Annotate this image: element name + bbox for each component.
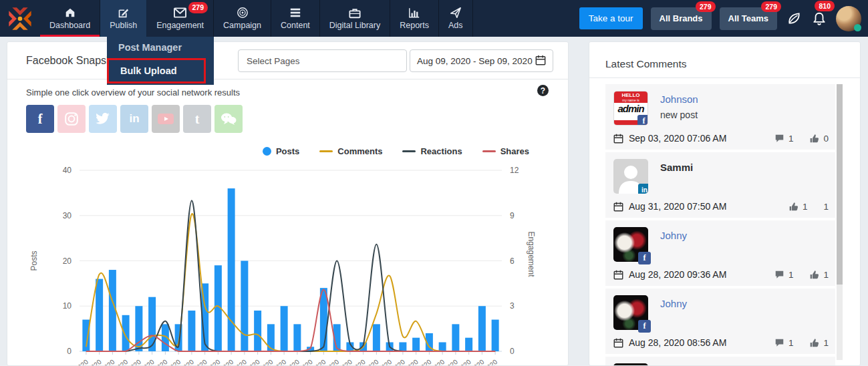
svg-text:Engagement: Engagement <box>527 231 536 277</box>
comment-bubble-icon <box>774 338 784 347</box>
notifications-badge: 810 <box>815 1 835 12</box>
comment-item: HELLOmy name is admin f Johnson new post… <box>605 84 835 150</box>
nav-label: Campaign <box>223 21 261 30</box>
comment-date: Sep 03, 2020 07:06 AM <box>613 133 726 144</box>
nav-dashboard[interactable]: Dashboard <box>40 0 100 37</box>
thumbs-up-icon <box>809 270 819 280</box>
network-facebook-icon[interactable]: f <box>26 105 54 133</box>
menu-item-post-manager[interactable]: Post Manager <box>107 37 214 58</box>
paper-plane-icon <box>450 7 462 19</box>
comment-date: Aug 31, 2020 07:50 AM <box>613 201 726 212</box>
comment-item: in Sammi Aug 31, 2020 07:50 AM 1 1 <box>605 152 835 218</box>
all-brands-button[interactable]: All Brands 279 <box>651 7 712 30</box>
svg-text:12: 12 <box>510 166 519 175</box>
network-wechat-icon[interactable] <box>214 105 243 133</box>
calendar-icon <box>613 270 623 280</box>
leaf-icon[interactable] <box>785 11 803 26</box>
comment-count: 1 <box>788 270 794 280</box>
comment-date: Aug 28, 2020 09:36 AM <box>613 269 726 280</box>
latest-comments-card: Latest Comments HELLOmy name is admin f … <box>589 41 861 366</box>
svg-text:Posts: Posts <box>29 250 39 270</box>
network-youtube-icon[interactable] <box>152 105 180 133</box>
bar-chart-icon <box>408 7 420 19</box>
comment-count: 1 <box>788 134 794 144</box>
network-tumblr-icon[interactable]: t <box>183 105 211 133</box>
comment-bubble-icon <box>774 134 784 143</box>
commenter-avatar: HELLOmy name is admin f <box>613 91 648 126</box>
select-pages-input[interactable] <box>238 49 407 72</box>
comment-date: Aug 28, 2020 08:56 AM <box>613 337 726 348</box>
thumbs-up-icon <box>809 338 819 348</box>
all-brands-badge: 279 <box>696 1 716 13</box>
comment-bubble-icon <box>774 270 784 279</box>
commenter-name: Sammi <box>660 162 693 173</box>
like-count: 1 <box>823 270 829 280</box>
envelope-icon <box>174 7 186 19</box>
calendar-icon <box>613 202 623 212</box>
facebook-badge-icon: f <box>637 115 648 126</box>
notifications-bell-icon[interactable]: 810 <box>811 11 828 26</box>
facebook-badge-icon: f <box>638 320 651 333</box>
date-range-picker[interactable]: Aug 09, 2020 - Sep 09, 2020 <box>410 49 553 72</box>
scrollbar-thumb[interactable] <box>837 84 843 285</box>
nav-content[interactable]: Content <box>271 0 320 37</box>
nav-digital-library[interactable]: Digital Library <box>320 0 390 37</box>
thumbs-up-icon <box>788 202 799 212</box>
menu-item-bulk-upload[interactable]: Bulk Upload <box>107 58 206 83</box>
svg-text:Aug 09, 2020: Aug 09, 2020 <box>55 358 90 366</box>
svg-text:0: 0 <box>510 347 515 356</box>
comment-count: 1 <box>788 338 794 348</box>
calendar-icon <box>535 55 546 67</box>
snapshot-chart: 001032063094012PostsEngagementAug 09, 20… <box>19 142 561 366</box>
nav-label: Digital Library <box>329 21 380 30</box>
top-nav: Dashboard Publish Engagement 279 Campaig… <box>0 0 868 37</box>
svg-text:40: 40 <box>63 166 72 175</box>
briefcase-icon <box>349 7 361 19</box>
edit-icon <box>118 7 129 19</box>
commenter-avatar: in <box>613 159 648 194</box>
nav-label: Engagement <box>156 21 204 30</box>
snapshot-subtitle: Simple one click overview of your social… <box>26 87 240 98</box>
nav-label: Dashboard <box>49 21 90 30</box>
network-instagram-icon[interactable] <box>57 105 86 133</box>
nav-reports[interactable]: Reports <box>390 0 439 37</box>
commenter-name-link[interactable]: Johnson <box>660 94 698 105</box>
list-icon <box>289 7 301 19</box>
nav-label: Reports <box>400 21 429 30</box>
all-brands-label: All Brands <box>660 13 703 23</box>
snapshot-header: Facebook Snapshot Aug 09, 2020 - Sep 09,… <box>7 42 568 79</box>
nav-ads[interactable]: Ads <box>439 0 473 37</box>
network-linkedin-icon[interactable]: in <box>120 105 148 133</box>
nav-right-cluster: Take a tour All Brands 279 All Teams 279… <box>579 0 868 37</box>
svg-text:3: 3 <box>510 301 515 311</box>
svg-text:30: 30 <box>63 211 72 220</box>
online-status-dot <box>854 24 861 31</box>
like-count: 1 <box>803 202 808 212</box>
svg-text:20: 20 <box>63 256 72 266</box>
svg-text:9: 9 <box>510 211 515 220</box>
comment-text: new post <box>660 110 698 120</box>
engagement-badge: 279 <box>188 2 208 13</box>
comment-item: f Johny Aug 28, 2020 09:36 AM 1 1 <box>605 220 835 286</box>
divider <box>589 77 860 78</box>
nav-engagement[interactable]: Engagement 279 <box>147 0 214 37</box>
commenter-name-link[interactable]: Johny <box>660 230 687 241</box>
commenter-avatar: f <box>613 227 648 262</box>
network-selector: f in t <box>26 105 243 133</box>
calendar-icon <box>613 134 623 144</box>
user-avatar[interactable] <box>836 6 861 31</box>
nav-campaign[interactable]: Campaign <box>214 0 271 37</box>
commenter-name-link[interactable]: Johny <box>660 298 687 309</box>
calendar-icon <box>613 338 623 348</box>
all-teams-button[interactable]: All Teams 279 <box>720 7 777 30</box>
help-icon[interactable]: ? <box>537 85 549 96</box>
like-count: 0 <box>823 134 829 144</box>
take-a-tour-button[interactable]: Take a tour <box>579 7 643 29</box>
home-icon <box>64 7 76 19</box>
network-twitter-icon[interactable] <box>89 105 117 133</box>
comment-item-partial <box>605 357 835 366</box>
svg-text:0: 0 <box>67 347 71 356</box>
all-teams-label: All Teams <box>728 13 768 23</box>
app-logo-icon[interactable] <box>0 0 40 37</box>
nav-publish[interactable]: Publish <box>100 0 147 37</box>
